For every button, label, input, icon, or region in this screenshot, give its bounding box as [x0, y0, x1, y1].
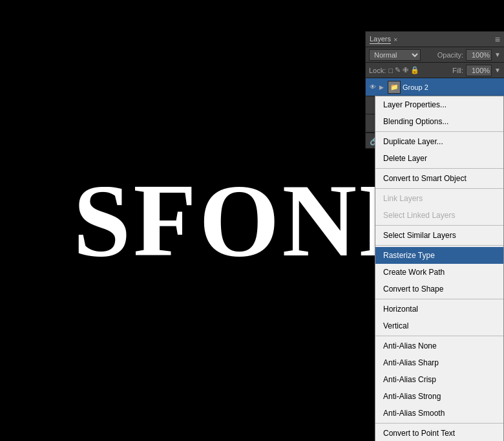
lock-all-icon[interactable]: 🔒 [410, 66, 419, 74]
layer-thumb-group2: 📁 [388, 81, 401, 94]
menu-divider-12 [375, 245, 503, 246]
fill-label: Fill: [452, 67, 463, 74]
context-menu: Layer Properties...Blending Options...Du… [375, 96, 504, 441]
fill-input[interactable] [466, 65, 492, 76]
opacity-label: Opacity: [437, 51, 463, 59]
blend-mode-select[interactable]: Normal [369, 49, 421, 61]
menu-divider-16 [375, 299, 503, 299]
lock-icons: □ ✎ ✙ 🔒 [388, 66, 419, 74]
lock-label: Lock: [369, 67, 386, 74]
menu-divider-7 [375, 188, 503, 189]
opacity-arrow[interactable]: ▼ [494, 51, 501, 58]
menu-item-horizontal[interactable]: Horizontal [375, 301, 503, 317]
close-tab-icon[interactable]: × [394, 36, 397, 43]
menu-divider-5 [375, 168, 503, 169]
menu-divider-19 [375, 336, 503, 336]
fill-arrow[interactable]: ▼ [494, 67, 501, 74]
menu-item-link-layers: Link Layers [375, 190, 503, 207]
lock-row: Lock: □ ✎ ✙ 🔒 Fill: ▼ [366, 63, 504, 78]
menu-item-rasterize-type[interactable]: Rasterize Type [375, 247, 503, 264]
menu-item-convert-to-shape[interactable]: Convert to Shape [375, 281, 503, 297]
menu-divider-25 [375, 423, 503, 424]
menu-item-delete-layer[interactable]: Delete Layer [375, 150, 503, 167]
layer-name-group2: Group 2 [403, 83, 501, 91]
menu-item-anti-alias-crisp[interactable]: Anti-Alias Crisp [375, 371, 503, 388]
menu-divider-10 [375, 225, 503, 226]
menu-item-anti-alias-smooth[interactable]: Anti-Alias Smooth [375, 405, 503, 422]
panel-tabs: Layers × [370, 35, 397, 44]
eye-icon-group2[interactable]: 👁 [368, 83, 377, 92]
menu-item-create-work-path[interactable]: Create Work Path [375, 264, 503, 281]
blend-mode-row: Normal Opacity: ▼ [366, 47, 504, 63]
menu-item-select-similar-layers[interactable]: Select Similar Layers [375, 227, 503, 244]
panel-header: Layers × ≡ [366, 32, 504, 47]
menu-item-anti-alias-none[interactable]: Anti-Alias None [375, 338, 503, 354]
layer-row-group2[interactable]: 👁 ▶ 📁 Group 2 [366, 78, 504, 96]
menu-item-layer-properties---[interactable]: Layer Properties... [375, 96, 503, 113]
menu-divider-2 [375, 131, 503, 132]
menu-item-vertical[interactable]: Vertical [375, 317, 503, 334]
opacity-input[interactable] [466, 49, 492, 61]
lock-image-icon[interactable]: ✎ [395, 66, 401, 74]
panel-menu-icon[interactable]: ≡ [495, 34, 500, 45]
menu-item-anti-alias-sharp[interactable]: Anti-Alias Sharp [375, 354, 503, 371]
menu-item-select-linked-layers: Select Linked Layers [375, 207, 503, 224]
lock-position-icon[interactable]: ✙ [403, 66, 408, 74]
menu-item-convert-to-point-text[interactable]: Convert to Point Text [375, 425, 503, 441]
menu-item-convert-to-smart-object[interactable]: Convert to Smart Object [375, 170, 503, 187]
layers-tab[interactable]: Layers [370, 35, 391, 44]
menu-item-anti-alias-strong[interactable]: Anti-Alias Strong [375, 388, 503, 405]
menu-item-blending-options---[interactable]: Blending Options... [375, 113, 503, 130]
lock-transparent-icon[interactable]: □ [388, 67, 393, 74]
menu-item-duplicate-layer---[interactable]: Duplicate Layer... [375, 133, 503, 150]
expand-arrow-group2[interactable]: ▶ [379, 84, 386, 91]
